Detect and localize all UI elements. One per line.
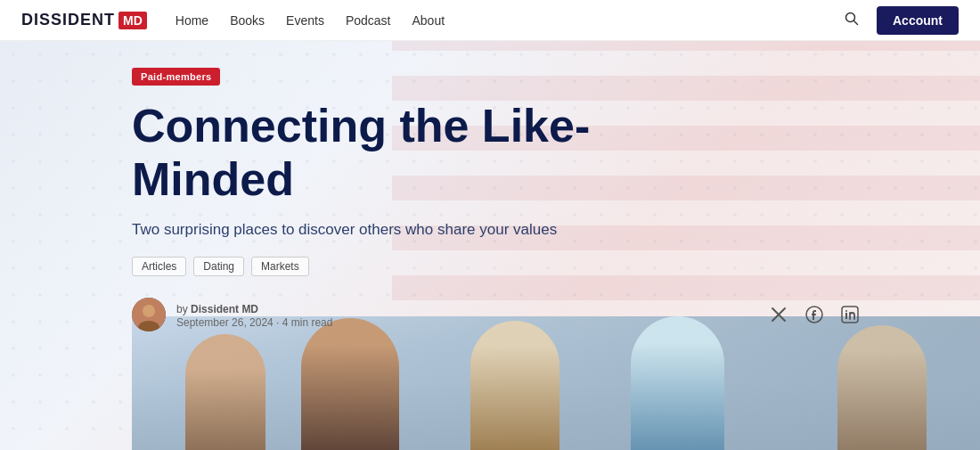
- nav-home[interactable]: Home: [176, 13, 208, 28]
- tag-dating[interactable]: Dating: [193, 257, 244, 276]
- article-title: Connecting the Like-Minded: [132, 100, 595, 207]
- header-right: Account: [841, 6, 959, 35]
- tag-markets[interactable]: Markets: [251, 257, 309, 276]
- nav-events[interactable]: Events: [286, 13, 324, 28]
- author-avatar-img: [132, 298, 166, 331]
- site-logo[interactable]: DISSIDENT MD: [21, 11, 147, 29]
- person-2: [301, 318, 399, 450]
- nav-podcast[interactable]: Podcast: [346, 13, 391, 28]
- paid-members-badge[interactable]: Paid-members: [132, 68, 220, 86]
- share-facebook-button[interactable]: [802, 302, 827, 327]
- hero-image: [132, 316, 980, 450]
- share-x-button[interactable]: [766, 302, 791, 327]
- article-subtitle: Two surprising places to discover others…: [132, 221, 577, 239]
- person-3: [470, 321, 559, 450]
- social-share: [766, 302, 862, 327]
- site-header: DISSIDENT MD Home Books Events Podcast A…: [0, 0, 980, 41]
- search-icon: [845, 12, 859, 26]
- logo-dissident-text: DISSIDENT: [21, 11, 115, 29]
- tag-articles[interactable]: Articles: [132, 257, 186, 276]
- x-icon: [771, 307, 787, 323]
- svg-line-1: [854, 20, 858, 24]
- person-4: [631, 316, 724, 450]
- svg-point-8: [845, 310, 847, 312]
- nav-books[interactable]: Books: [230, 13, 265, 28]
- person-5: [837, 325, 927, 450]
- facebook-icon: [805, 306, 823, 323]
- account-button[interactable]: Account: [877, 6, 959, 35]
- author-by-label: by Dissident MD: [176, 303, 258, 315]
- person-1: [185, 334, 265, 450]
- author-text: by Dissident MD September 26, 2024 · 4 m…: [176, 300, 332, 329]
- article-tags: Articles Dating Markets: [132, 257, 980, 276]
- hero-content: Paid-members Connecting the Like-Minded …: [0, 41, 980, 331]
- author-row: by Dissident MD September 26, 2024 · 4 m…: [132, 298, 862, 331]
- author-info: by Dissident MD September 26, 2024 · 4 m…: [132, 298, 332, 331]
- people-group: [132, 316, 980, 450]
- share-linkedin-button[interactable]: [837, 302, 862, 327]
- svg-rect-7: [845, 313, 847, 319]
- linkedin-icon: [841, 306, 859, 323]
- main-nav: Home Books Events Podcast About: [176, 13, 445, 28]
- article-date: September 26, 2024 · 4 min read: [176, 316, 332, 329]
- hero-section: Paid-members Connecting the Like-Minded …: [0, 41, 980, 450]
- search-button[interactable]: [841, 8, 862, 33]
- avatar: [132, 298, 166, 331]
- header-left: DISSIDENT MD Home Books Events Podcast A…: [21, 11, 445, 29]
- svg-point-3: [143, 305, 155, 317]
- author-name: Dissident MD: [191, 303, 258, 315]
- nav-about[interactable]: About: [412, 13, 445, 28]
- logo-md-text: MD: [118, 12, 147, 29]
